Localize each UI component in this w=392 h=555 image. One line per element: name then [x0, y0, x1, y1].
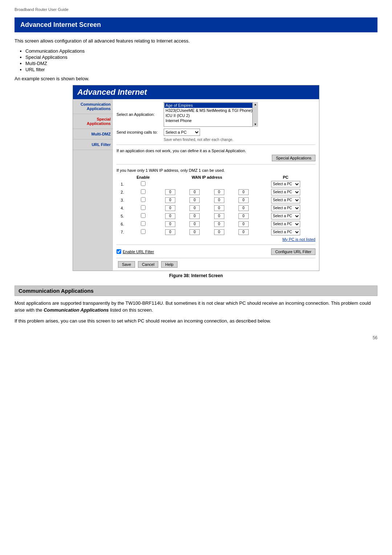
- ip-octet[interactable]: [207, 204, 231, 212]
- screen-content: Select an Application: Age of Empires H3…: [113, 99, 319, 271]
- ip-octet[interactable]: [183, 212, 207, 220]
- save-button[interactable]: Save: [118, 261, 135, 268]
- scroll-down-icon[interactable]: ▼: [253, 122, 258, 127]
- row-pc[interactable]: Select a PC: [256, 212, 315, 220]
- ip-octet[interactable]: [207, 188, 231, 196]
- configure-url-filter-button[interactable]: Configure URL Filter: [271, 248, 315, 255]
- ip-input[interactable]: [238, 197, 249, 203]
- ip-octet[interactable]: [158, 196, 182, 204]
- ip-input[interactable]: [189, 213, 200, 219]
- pc-select[interactable]: Select a PC: [271, 205, 300, 211]
- row-pc[interactable]: Select a PC: [256, 188, 315, 196]
- url-filter-section: Enable URL Filter Configure URL Filter: [117, 248, 315, 258]
- ip-input[interactable]: [238, 229, 249, 235]
- row-enable[interactable]: [128, 220, 158, 228]
- sidebar-item-comm-apps[interactable]: CommunicationApplications: [73, 99, 113, 114]
- row-enable[interactable]: [128, 180, 158, 188]
- pc-select[interactable]: Select a PC: [271, 181, 300, 187]
- ip-octet[interactable]: [231, 196, 256, 204]
- url-filter-checkbox[interactable]: [117, 249, 121, 254]
- row-enable[interactable]: [128, 196, 158, 204]
- ip-input[interactable]: [238, 221, 249, 227]
- ip-octet[interactable]: [158, 188, 182, 196]
- url-filter-left: Enable URL Filter: [117, 249, 154, 254]
- row-pc[interactable]: Select a PC: [256, 220, 315, 228]
- ip-input[interactable]: [165, 229, 175, 235]
- ip-input[interactable]: [214, 189, 224, 195]
- app-listbox[interactable]: Age of Empires H323(CUseeME & MS NetMeet…: [164, 102, 258, 127]
- ip-input[interactable]: [189, 229, 200, 235]
- enable-checkbox[interactable]: [141, 189, 146, 194]
- app-list-item[interactable]: H323(CUseeME & MS NetMeeting & TGI Phone…: [164, 108, 257, 113]
- enable-checkbox[interactable]: [141, 213, 146, 218]
- ip-input[interactable]: [214, 229, 224, 235]
- row-enable[interactable]: [128, 204, 158, 212]
- row-enable[interactable]: [128, 212, 158, 220]
- listbox-scrollbar[interactable]: ▲ ▼: [252, 102, 258, 127]
- ip-input[interactable]: [165, 189, 175, 195]
- sidebar-item-url-filter[interactable]: URL Filter: [73, 139, 113, 150]
- row-pc[interactable]: Select a PC: [256, 228, 315, 236]
- ip-octet[interactable]: [207, 228, 231, 236]
- app-list-item[interactable]: Internet Phone: [164, 118, 257, 123]
- ip-input[interactable]: [165, 205, 175, 211]
- ip-octet[interactable]: [231, 188, 256, 196]
- mypc-not-listed-link[interactable]: My PC is not listed: [117, 237, 315, 242]
- enable-checkbox[interactable]: [141, 229, 146, 234]
- sidebar-item-multi-dmz[interactable]: Multi-DMZ: [73, 129, 113, 139]
- cancel-button[interactable]: Cancel: [138, 261, 158, 268]
- pc-select[interactable]: Select a PC: [271, 197, 300, 203]
- pc-select[interactable]: Select a PC: [271, 229, 300, 235]
- app-list-item[interactable]: ICU II (ICU 2): [164, 113, 257, 118]
- pc-select[interactable]: Select a PC: [271, 221, 300, 227]
- ip-input[interactable]: [189, 205, 200, 211]
- ip-octet[interactable]: [207, 212, 231, 220]
- ip-input[interactable]: [214, 197, 224, 203]
- ip-octet[interactable]: [231, 204, 256, 212]
- col-pc-header: PC: [256, 174, 315, 180]
- ip-input[interactable]: [189, 221, 200, 227]
- ip-octet[interactable]: [183, 188, 207, 196]
- ip-octet[interactable]: [231, 212, 256, 220]
- row-enable[interactable]: [128, 228, 158, 236]
- ip-octet[interactable]: [183, 204, 207, 212]
- sidebar-item-special-apps[interactable]: SpecialApplications: [73, 114, 113, 129]
- ip-octet[interactable]: [158, 220, 182, 228]
- row-pc[interactable]: Select a PC: [256, 196, 315, 204]
- pc-select[interactable]: Select a PC: [271, 189, 300, 195]
- ip-input[interactable]: [238, 189, 249, 195]
- ip-input[interactable]: [214, 213, 224, 219]
- ip-octet[interactable]: [207, 220, 231, 228]
- enable-checkbox[interactable]: [141, 221, 146, 226]
- ip-octet[interactable]: [183, 196, 207, 204]
- row-enable[interactable]: [128, 188, 158, 196]
- ip-input[interactable]: [238, 205, 249, 211]
- ip-octet[interactable]: [207, 196, 231, 204]
- ip-octet[interactable]: [231, 228, 256, 236]
- ip-input[interactable]: [238, 213, 249, 219]
- app-list-item[interactable]: Age of Empires: [164, 103, 257, 108]
- ip-octet[interactable]: [158, 228, 182, 236]
- ip-input[interactable]: [214, 205, 224, 211]
- ip-input[interactable]: [165, 213, 175, 219]
- ip-input[interactable]: [189, 197, 200, 203]
- row-pc[interactable]: Select a PC: [256, 204, 315, 212]
- row-pc[interactable]: Select a PC: [256, 180, 315, 188]
- ip-input[interactable]: [214, 221, 224, 227]
- ip-input[interactable]: [165, 197, 175, 203]
- ip-input[interactable]: [165, 221, 175, 227]
- enable-checkbox[interactable]: [141, 181, 146, 186]
- ip-input[interactable]: [189, 189, 200, 195]
- send-calls-dropdown[interactable]: Select a PC: [164, 129, 200, 136]
- ip-octet[interactable]: [158, 204, 182, 212]
- special-applications-button[interactable]: Special Applications: [272, 155, 315, 161]
- ip-octet[interactable]: [158, 212, 182, 220]
- ip-octet[interactable]: [183, 220, 207, 228]
- pc-select[interactable]: Select a PC: [271, 213, 300, 219]
- scroll-up-icon[interactable]: ▲: [253, 102, 258, 107]
- enable-checkbox[interactable]: [141, 205, 146, 210]
- ip-octet[interactable]: [183, 228, 207, 236]
- enable-checkbox[interactable]: [141, 197, 146, 202]
- help-button[interactable]: Help: [161, 261, 177, 268]
- ip-octet[interactable]: [231, 220, 256, 228]
